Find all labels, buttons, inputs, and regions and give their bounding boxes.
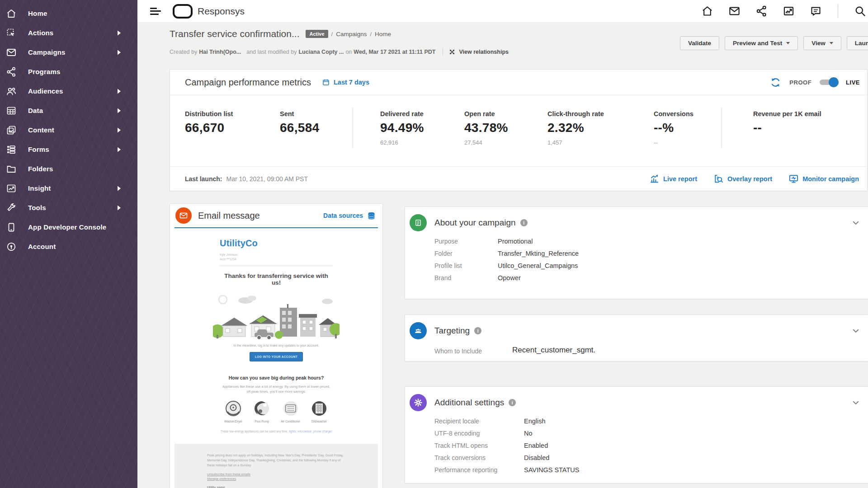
meta-text: Created by [170, 49, 197, 55]
dishwasher-icon [311, 400, 327, 417]
chevron-down-icon[interactable] [852, 219, 860, 227]
live-report-link[interactable]: Live report [649, 174, 697, 184]
sidebar-item-forms[interactable]: Forms [0, 140, 137, 159]
appliance-air-conditioner: Air Conditioner [278, 400, 303, 423]
metrics-card-title: Campaign performance metrics [185, 77, 311, 88]
divider [443, 48, 443, 56]
sidebar-item-label: Forms [28, 145, 49, 153]
chevron-right-icon [117, 127, 121, 133]
divider [353, 108, 353, 147]
email-headline: Thanks for transferring service with us! [220, 272, 333, 286]
metric-distribution-list: Distribution list 66,670 [185, 110, 233, 135]
metric-delivered-rate: Delivered rate 94.49% 62,916 [380, 110, 424, 146]
home-icon[interactable] [701, 5, 713, 17]
refresh-icon[interactable] [770, 77, 781, 88]
sidebar-item-actions[interactable]: Actions [0, 23, 137, 42]
preview-and-test-button[interactable]: Preview and Test [725, 36, 798, 50]
view-relationships-link[interactable]: View relationships [448, 48, 509, 56]
washer-icon [225, 400, 241, 417]
responsys-app: Home Actions Campaigns Programs [0, 0, 868, 488]
chevron-right-icon [117, 185, 121, 191]
programs-icon[interactable] [755, 5, 768, 17]
mail-icon[interactable] [728, 5, 741, 17]
account-icon [5, 241, 17, 253]
sidebar-item-label: Actions [28, 29, 53, 37]
chevron-right-icon [117, 30, 121, 36]
sidebar-item-campaigns[interactable]: Campaigns [0, 42, 137, 62]
calendar-icon [322, 78, 330, 86]
proof-label: PROOF [789, 79, 811, 86]
breadcrumb-separator: / [331, 31, 333, 38]
page-header: Transfer service confirmation... Active … [170, 28, 391, 39]
panel-row: Performance reportingSAVINGS STATUS [434, 466, 868, 474]
info-icon[interactable]: i [520, 219, 528, 226]
proof-live-toggle[interactable] [820, 80, 838, 85]
relationships-icon [448, 48, 456, 56]
date-range-selector[interactable]: Last 7 days [322, 78, 369, 86]
search-icon[interactable] [854, 5, 866, 17]
menu-icon[interactable] [150, 6, 161, 16]
sidebar-item-app-developer-console[interactable]: App Developer Console [0, 217, 137, 237]
sidebar-item-tools[interactable]: Tools [0, 198, 137, 217]
modified-by: Luciana Copty ... [298, 49, 344, 55]
feedback-icon[interactable] [810, 5, 822, 17]
sidebar-item-programs[interactable]: Programs [0, 62, 137, 81]
created-by: Hai Trinh(Opo... [199, 49, 241, 55]
monitor-campaign-link[interactable]: Monitor campaign [788, 174, 859, 184]
page-title: Transfer service confirmation... [170, 28, 299, 39]
metric-open-rate: Open rate 43.78% 27,544 [464, 110, 508, 146]
breadcrumb-home[interactable]: Home [375, 31, 391, 38]
live-label: LIVE [846, 79, 860, 86]
chevron-right-icon [117, 49, 121, 55]
launch-button[interactable]: Launch [847, 36, 868, 50]
about-campaign-icon [410, 214, 427, 231]
sidebar-item-insight[interactable]: Insight [0, 178, 137, 198]
sidebar-item-audiences[interactable]: Audiences [0, 81, 137, 101]
data-sources-link[interactable]: Data sources [323, 211, 376, 221]
topbar: Responsys [137, 0, 868, 23]
sidebar-item-label: Campaigns [28, 48, 66, 56]
view-button[interactable]: View [803, 36, 841, 50]
breadcrumb-campaigns[interactable]: Campaigns [336, 31, 367, 38]
sidebar-item-folders[interactable]: Folders [0, 159, 137, 178]
brand-name: Responsys [198, 6, 245, 17]
oracle-logo [173, 4, 193, 19]
metric-revenue: Revenue per 1K email -- [753, 110, 821, 135]
content-icon [5, 124, 17, 136]
sidebar-item-data[interactable]: Data [0, 101, 137, 120]
overlay-report-link[interactable]: Overlay report [713, 174, 772, 184]
appliance-dishwasher: Dishwasher [307, 400, 332, 423]
metric-sent: Sent 66,584 [280, 110, 319, 135]
chevron-right-icon [117, 146, 121, 152]
info-icon[interactable]: i [474, 327, 481, 334]
panel-title: Targeting [434, 326, 470, 336]
email-message-icon [175, 207, 192, 224]
campaign-actions: Validate Preview and Test View Launch [680, 36, 868, 50]
divider [838, 5, 838, 18]
campaign-meta: Created by Hai Trinh(Opo... and last mod… [170, 48, 509, 56]
info-icon[interactable]: i [509, 399, 516, 406]
sidebar-item-content[interactable]: Content [0, 120, 137, 140]
validate-button[interactable]: Validate [680, 36, 719, 50]
sidebar: Home Actions Campaigns Programs [0, 0, 137, 488]
sidebar-item-account[interactable]: Account [0, 237, 137, 256]
panel-row: UTF-8 encodingNo [434, 430, 868, 437]
sidebar-item-home[interactable]: Home [0, 4, 137, 23]
pool-pump-icon [254, 400, 270, 417]
panel-row: Whom to IncludeRecent_customer_sgmt. [434, 346, 868, 355]
appliance-washer: Washer/Dryer [221, 400, 246, 423]
email-preview[interactable]: UtilityCo Kyle Johnson Acct ***1234 Than… [170, 228, 382, 488]
wrench-icon [5, 202, 17, 214]
insight-icon[interactable] [783, 5, 795, 17]
programs-icon [5, 66, 17, 78]
monitor-campaign-icon [788, 174, 799, 184]
sidebar-item-label: Home [28, 9, 47, 17]
email-cta-button[interactable]: LOG INTO YOUR ACCOUNT [250, 352, 303, 361]
breadcrumb-separator: / [370, 31, 372, 38]
appliance-pool-pump: Pool Pump [249, 400, 274, 423]
unsubscribe-link[interactable]: Unsubscribe from these emails [207, 473, 345, 476]
forms-icon [5, 144, 17, 155]
chevron-down-icon[interactable] [852, 327, 860, 335]
manage-preferences-link[interactable]: Manage preferences [207, 477, 345, 480]
chevron-down-icon[interactable] [852, 399, 860, 407]
